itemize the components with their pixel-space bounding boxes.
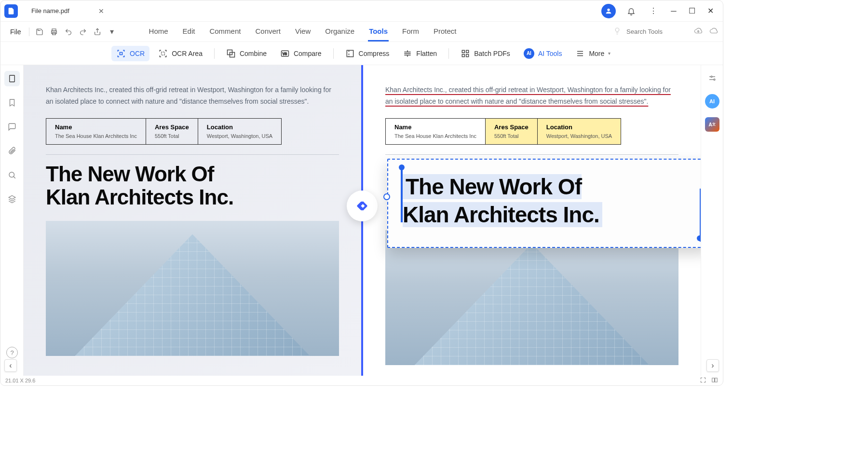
more-menu-icon[interactable]: ⋮: [647, 4, 660, 18]
tools-toolbar: OCR OCR Area Combine VS Compare Compress…: [0, 42, 723, 65]
ocr-area-button[interactable]: OCR Area: [153, 46, 207, 61]
redo-icon[interactable]: [77, 26, 89, 38]
compress-button[interactable]: Compress: [340, 46, 394, 61]
translate-icon[interactable]: A文: [705, 117, 719, 132]
flatten-label: Flatten: [416, 50, 437, 57]
svg-rect-19: [712, 378, 715, 382]
tab-edit[interactable]: Edit: [182, 22, 196, 41]
flatten-icon: [403, 49, 412, 58]
flatten-button[interactable]: Flatten: [398, 46, 442, 61]
next-page-button[interactable]: ›: [706, 359, 719, 372]
ai-assistant-icon[interactable]: AI: [705, 94, 719, 109]
user-avatar-icon[interactable]: [601, 4, 616, 18]
thumbnail-panel-icon[interactable]: [4, 71, 20, 86]
minimize-button[interactable]: ─: [669, 6, 678, 16]
selection-dot-icon[interactable]: [697, 235, 701, 241]
layers-panel-icon[interactable]: [4, 191, 20, 207]
statusbar: 21.01 X 29.6: [0, 376, 723, 385]
building-photo-left: [46, 221, 339, 356]
notification-bell-icon[interactable]: [624, 4, 638, 18]
svg-rect-10: [347, 50, 353, 56]
ocr-icon: [116, 49, 126, 58]
tab-comment[interactable]: Comment: [208, 22, 242, 41]
text-edit-selection-box[interactable]: The New Work Of Klan Architects Inc.: [387, 159, 701, 248]
svg-rect-20: [715, 378, 718, 382]
svg-point-16: [9, 172, 14, 177]
help-button[interactable]: ?: [6, 347, 18, 358]
left-sidebar: [0, 65, 24, 376]
swap-sides-button[interactable]: [347, 191, 378, 221]
view-mode-icon[interactable]: [711, 377, 718, 384]
tab-tools[interactable]: Tools: [368, 22, 389, 41]
ai-tools-label: AI Tools: [538, 50, 562, 57]
ocr-label: OCR: [130, 50, 145, 57]
file-menu[interactable]: File: [5, 25, 26, 39]
close-window-button[interactable]: ✕: [705, 6, 715, 16]
cloud-sync-icon[interactable]: [709, 27, 718, 37]
properties-icon[interactable]: [705, 71, 719, 85]
svg-rect-12: [466, 50, 469, 53]
ocr-button[interactable]: OCR: [111, 46, 149, 61]
tab-convert[interactable]: Convert: [254, 22, 282, 41]
info-table-right: NameThe Sea House Klan Architects Inc Ar…: [385, 118, 621, 145]
batch-pdfs-button[interactable]: Batch PDFs: [456, 46, 515, 61]
close-tab-icon[interactable]: ✕: [98, 7, 104, 15]
svg-rect-5: [162, 52, 165, 55]
building-photo-right: [385, 230, 678, 365]
document-tab[interactable]: File name.pdf ✕: [24, 3, 112, 19]
lightbulb-icon[interactable]: [613, 27, 622, 37]
batch-icon: [461, 49, 470, 58]
document-viewport[interactable]: Khan Architects Inc., created this off-g…: [24, 65, 701, 376]
compare-button[interactable]: VS Compare: [275, 46, 326, 61]
editable-headline[interactable]: The New Work Of Klan Architects Inc.: [403, 174, 602, 227]
fit-page-icon[interactable]: [700, 377, 706, 384]
bookmark-panel-icon[interactable]: [4, 95, 20, 110]
cloud-upload-icon[interactable]: [694, 27, 703, 37]
combine-label: Combine: [240, 50, 267, 57]
more-label: More: [589, 50, 604, 57]
maximize-button[interactable]: ☐: [687, 6, 697, 16]
app-logo: [4, 4, 18, 18]
ai-tools-button[interactable]: AI AI Tools: [519, 45, 567, 62]
tab-organize[interactable]: Organize: [324, 22, 355, 41]
tab-view[interactable]: View: [294, 22, 312, 41]
save-icon[interactable]: [33, 26, 46, 38]
undo-icon[interactable]: [62, 26, 75, 38]
attachment-panel-icon[interactable]: [4, 143, 20, 159]
prev-page-button[interactable]: ‹: [4, 359, 17, 372]
more-icon: [575, 49, 585, 58]
tab-form[interactable]: Form: [401, 22, 420, 41]
svg-rect-11: [462, 50, 465, 53]
selection-handle-icon[interactable]: [383, 193, 390, 200]
svg-rect-13: [462, 54, 465, 56]
info-table-left: NameThe Sea House Klan Architects Inc Ar…: [46, 118, 282, 145]
text-caret-right[interactable]: [700, 189, 701, 242]
tab-home[interactable]: Home: [148, 22, 169, 41]
chevron-down-icon: ▾: [608, 51, 610, 56]
headline-left: The New Work Of Klan Architects Inc.: [46, 163, 339, 209]
compare-icon: VS: [280, 49, 290, 58]
svg-point-4: [615, 28, 619, 32]
ocr-area-icon: [158, 49, 168, 58]
dropdown-icon[interactable]: ▾: [106, 26, 118, 38]
comment-panel-icon[interactable]: [4, 119, 20, 135]
print-icon[interactable]: [48, 26, 60, 38]
svg-point-18: [714, 79, 715, 81]
text-caret-left[interactable]: [401, 169, 403, 222]
svg-rect-14: [466, 54, 469, 56]
search-panel-icon[interactable]: [4, 167, 20, 183]
search-tools-input[interactable]: [626, 28, 684, 35]
right-sidebar: AI A文: [701, 65, 723, 376]
combine-button[interactable]: Combine: [221, 46, 271, 61]
svg-rect-15: [9, 75, 14, 82]
more-button[interactable]: More ▾: [570, 46, 615, 61]
tab-title: File name.pdf: [31, 7, 69, 14]
page-original: Khan Architects Inc., created this off-g…: [24, 65, 361, 376]
combine-icon: [226, 49, 236, 58]
compress-label: Compress: [359, 50, 390, 57]
main-tabs: Home Edit Comment Convert View Organize …: [148, 22, 458, 41]
intro-paragraph-left: Khan Architects Inc., created this off-g…: [46, 84, 339, 108]
svg-point-17: [711, 76, 712, 78]
share-icon[interactable]: [91, 26, 104, 38]
tab-protect[interactable]: Protect: [433, 22, 458, 41]
